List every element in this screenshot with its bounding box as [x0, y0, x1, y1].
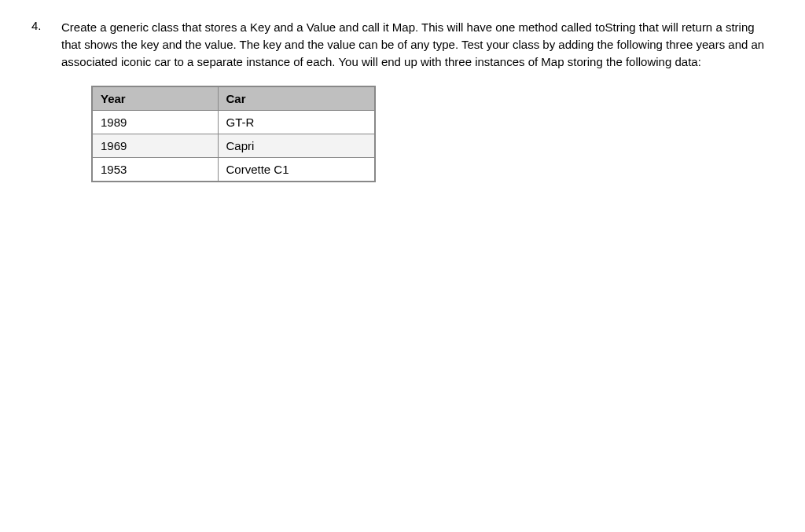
table-cell-year: 1953	[92, 158, 218, 182]
question-number: 4.	[31, 19, 47, 182]
table-cell-car: Corvette C1	[218, 158, 375, 182]
table-row: 1953 Corvette C1	[92, 158, 375, 182]
table-cell-car: Capri	[218, 134, 375, 158]
table-row: 1989 GT-R	[92, 111, 375, 134]
table-cell-year: 1989	[92, 111, 218, 134]
table-cell-year: 1969	[92, 134, 218, 158]
data-table: Year Car 1989 GT-R 1969 Capri 1953 Corve…	[91, 86, 376, 182]
table-header-row: Year Car	[92, 86, 375, 111]
question-text: Create a generic class that stores a Key…	[61, 19, 774, 70]
table-cell-car: GT-R	[218, 111, 375, 134]
table-header-car: Car	[218, 86, 375, 111]
question-body: Create a generic class that stores a Key…	[61, 19, 774, 182]
question-block: 4. Create a generic class that stores a …	[31, 19, 774, 182]
table-header-year: Year	[92, 86, 218, 111]
table-row: 1969 Capri	[92, 134, 375, 158]
